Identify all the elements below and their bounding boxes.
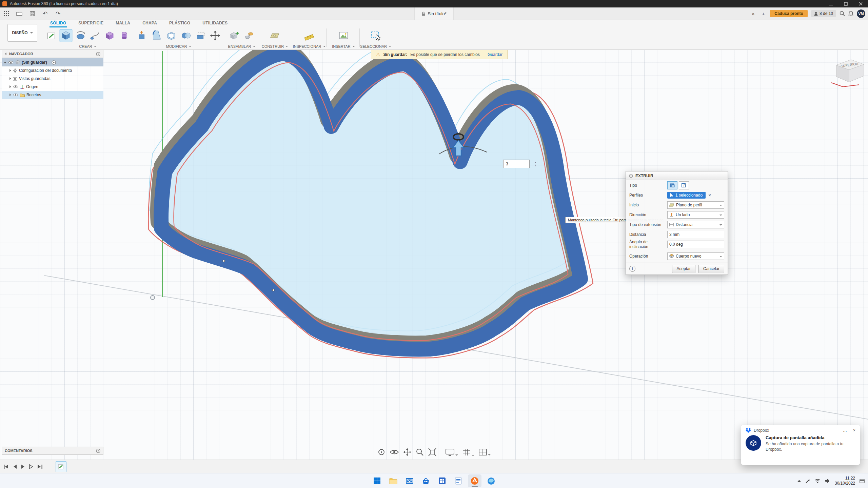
view-cube[interactable]: SUPERIOR (827, 52, 867, 89)
measure-button[interactable] (303, 29, 316, 42)
license-expiry-badge[interactable]: Caduca pronto (770, 10, 808, 17)
grid-snap-icon[interactable] (462, 448, 474, 456)
toast-close-icon[interactable]: × (853, 428, 855, 433)
clear-selection-icon[interactable]: × (708, 192, 711, 198)
panel-settings-icon[interactable] (96, 52, 100, 56)
orbit-icon[interactable] (377, 448, 386, 456)
construction-plane-button[interactable] (269, 29, 281, 42)
eye-icon[interactable] (8, 60, 14, 64)
info-icon[interactable]: i (629, 266, 635, 272)
timeline-step-back-button[interactable] (13, 464, 17, 469)
sketch-point[interactable] (223, 260, 225, 262)
tree-row-origin[interactable]: Origen (2, 83, 103, 91)
tab-plastico[interactable]: PLÁSTICO (169, 20, 191, 27)
tab-utilidades[interactable]: UTILIDADES (202, 20, 228, 27)
tab-chapa[interactable]: CHAPA (142, 20, 158, 27)
cylinder-primitive-button[interactable] (118, 29, 131, 42)
volume-icon[interactable] (825, 479, 830, 483)
workspace-selector[interactable]: DISEÑO (7, 24, 37, 42)
quota-badge[interactable]: 8 de 10 (811, 10, 836, 17)
group-label-inspeccionar[interactable]: INSPECCIONAR (293, 44, 326, 48)
save-icon[interactable] (27, 9, 37, 18)
3d-scene[interactable] (0, 0, 868, 488)
start-dropdown[interactable]: Plano de perfil (667, 201, 724, 209)
joint-button[interactable] (243, 29, 256, 42)
operation-dropdown[interactable]: Cuerpo nuevo (667, 252, 724, 260)
collapse-panel-icon[interactable] (5, 53, 6, 55)
distance-input[interactable]: 3 mm (667, 231, 724, 238)
extrude-dialog-header[interactable]: EXTRUIR (626, 171, 728, 180)
fit-icon[interactable] (428, 448, 436, 456)
move-copy-button[interactable] (209, 29, 222, 42)
office-app-icon[interactable] (435, 474, 449, 487)
hidden-icons-chevron[interactable] (797, 480, 801, 482)
box-primitive-button[interactable] (103, 29, 116, 42)
revolve-button[interactable] (74, 29, 87, 42)
look-at-icon[interactable] (390, 449, 399, 455)
combine-button[interactable] (180, 29, 193, 42)
tree-row-named-views[interactable]: Vistas guardadas (2, 75, 103, 83)
zoom-icon[interactable] (416, 448, 424, 456)
display-settings-icon[interactable] (446, 448, 458, 456)
expander-icon[interactable] (4, 62, 6, 63)
fusion-360-taskbar-icon[interactable] (468, 474, 481, 487)
notification-center-icon[interactable] (860, 479, 865, 484)
taskbar-clock[interactable]: 11:22 30/10/2022 (835, 476, 855, 486)
expander-icon[interactable] (9, 77, 11, 80)
taper-angle-input[interactable]: 0.0 deg (667, 241, 724, 248)
undo-icon[interactable]: ↶ (40, 9, 50, 18)
navigator-header[interactable]: NAVEGADOR (2, 50, 103, 58)
notifications-bell-icon[interactable] (848, 11, 853, 16)
extent-type-dropdown[interactable]: Distancia (667, 221, 724, 228)
press-pull-button[interactable] (136, 29, 149, 42)
close-tab-icon[interactable]: × (750, 11, 756, 17)
direction-dropdown[interactable]: Un lado (667, 211, 724, 219)
new-component-button[interactable] (228, 29, 241, 42)
create-sketch-button[interactable] (45, 29, 58, 42)
tab-malla[interactable]: MALLA (115, 20, 131, 27)
store-app-icon[interactable] (419, 474, 433, 487)
open-file-icon[interactable] (15, 9, 24, 18)
select-button[interactable] (369, 29, 382, 42)
pen-icon[interactable] (805, 479, 810, 484)
start-button[interactable] (370, 474, 384, 487)
tree-row-document-settings[interactable]: Configuración del documento (2, 66, 103, 75)
mail-app-icon[interactable] (403, 474, 416, 487)
redo-icon[interactable]: ↷ (53, 9, 63, 18)
edge-browser-icon[interactable] (484, 474, 498, 487)
timeline-skip-end-button[interactable] (37, 464, 43, 469)
tab-superficie[interactable]: SUPERFICIE (78, 20, 104, 27)
dropbox-notification[interactable]: Dropbox … × Captura de pantalla añadida … (741, 425, 860, 465)
tree-row-document[interactable]: (Sin guardar) (2, 58, 103, 66)
user-avatar[interactable]: VM (857, 9, 865, 18)
expander-icon[interactable] (9, 94, 11, 96)
timeline-step-forward-button[interactable] (29, 464, 33, 469)
sketch-point[interactable] (272, 289, 274, 291)
group-label-insertar[interactable]: INSERTAR (332, 44, 355, 48)
new-tab-icon[interactable]: + (760, 11, 767, 17)
minimize-button[interactable] (823, 0, 838, 7)
sweep-button[interactable] (89, 29, 102, 42)
pan-icon[interactable] (403, 448, 411, 456)
fillet-button[interactable] (151, 29, 163, 42)
timeline-sketch-feature[interactable] (56, 461, 66, 472)
group-label-ensamblar[interactable]: ENSAMBLAR (228, 44, 256, 48)
expander-icon[interactable] (9, 85, 11, 88)
save-link[interactable]: Guardar (488, 52, 502, 57)
group-label-modificar[interactable]: MODIFICAR (166, 44, 192, 48)
accept-button[interactable]: Aceptar (672, 265, 695, 273)
document-app-icon[interactable] (452, 474, 465, 487)
wifi-icon[interactable] (815, 479, 821, 483)
eye-icon[interactable] (13, 85, 18, 89)
tab-solido[interactable]: SÓLIDO (50, 20, 67, 27)
extrude-type-thin-button[interactable] (679, 181, 689, 189)
tree-row-sketches[interactable]: Bocetos (2, 91, 103, 99)
close-button[interactable] (853, 0, 868, 7)
profiles-selected-chip[interactable]: 1 seleccionado (667, 192, 706, 199)
toast-more-icon[interactable]: … (843, 428, 847, 433)
shell-button[interactable] (165, 29, 178, 42)
file-explorer-icon[interactable] (387, 474, 400, 487)
timeline-play-button[interactable] (21, 464, 25, 469)
comments-header[interactable]: COMENTARIOS (2, 447, 103, 455)
extrude-type-solid-button[interactable] (667, 181, 677, 189)
